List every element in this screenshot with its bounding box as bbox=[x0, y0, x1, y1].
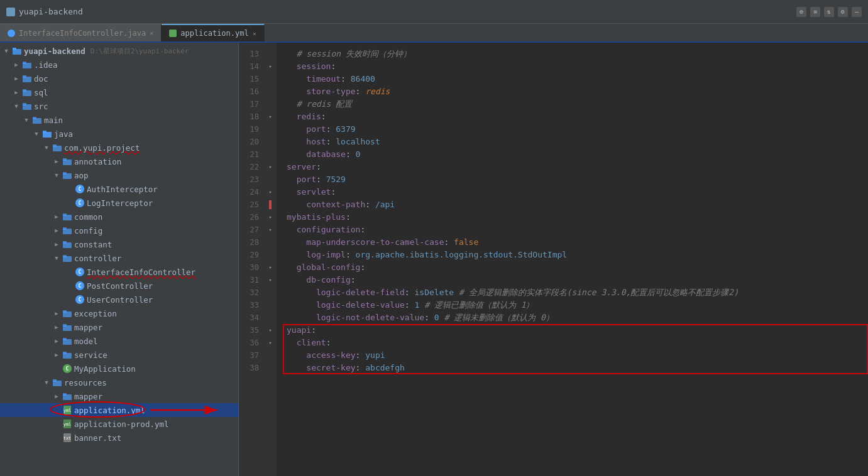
key-mybatis: mybatis-plus bbox=[287, 211, 346, 224]
folder-icon-exception bbox=[63, 310, 72, 317]
tree-item-exception[interactable]: ▶ exception bbox=[0, 306, 238, 320]
g-31[interactable]: ▾ bbox=[264, 274, 277, 286]
tree-item-aop[interactable]: ▼ aop bbox=[0, 168, 238, 182]
toolbar-btn-1[interactable]: ⊕ bbox=[796, 7, 806, 17]
tree-item-controller[interactable]: ▼ controller bbox=[0, 251, 238, 265]
tree-item-resources[interactable]: ▼ resources bbox=[0, 376, 238, 389]
tree-item-sql[interactable]: ▶ sql bbox=[0, 85, 238, 99]
g-18[interactable]: ▾ bbox=[264, 111, 277, 123]
code-line-37: access-key: yupi bbox=[287, 349, 868, 362]
text-file-icon: txt bbox=[63, 433, 72, 442]
key-servlet: servlet bbox=[287, 186, 331, 198]
g-24[interactable]: ▾ bbox=[264, 186, 277, 198]
folder-icon-config bbox=[63, 227, 72, 234]
java-class-icon-interface: C bbox=[75, 268, 84, 276]
src-label: src bbox=[34, 102, 48, 111]
tree-item-log[interactable]: ▶ C LogInterceptor bbox=[0, 196, 238, 210]
key-database: database bbox=[287, 148, 346, 161]
tree-item-banner[interactable]: ▶ txt banner.txt bbox=[0, 431, 238, 445]
code-line-19: port: 6379 bbox=[287, 123, 868, 136]
tree-item-mapper-res[interactable]: ▶ mapper bbox=[0, 389, 238, 403]
model-label: model bbox=[74, 337, 98, 346]
g-21 bbox=[264, 148, 277, 161]
toolbar-btn-3[interactable]: ⇅ bbox=[824, 7, 834, 17]
tree-item-com-yupi[interactable]: ▼ com.yupi.project bbox=[0, 141, 238, 154]
tree-item-annotation[interactable]: ▶ annotation bbox=[0, 154, 238, 168]
svg-rect-15 bbox=[53, 144, 57, 147]
tab-yaml-close[interactable]: ✕ bbox=[253, 30, 256, 37]
java-class-icon-log: C bbox=[75, 198, 84, 207]
ln-21: 21 bbox=[239, 148, 264, 161]
val-host: localhost bbox=[336, 136, 380, 148]
g-34 bbox=[264, 311, 277, 324]
svg-rect-23 bbox=[63, 227, 67, 230]
java-class-icon-auth: C bbox=[75, 185, 84, 193]
svg-rect-37 bbox=[53, 379, 57, 382]
g-26[interactable]: ▾ bbox=[264, 211, 277, 224]
yaml-prod-icon: yml bbox=[63, 419, 72, 428]
tree-item-application-prod[interactable]: ▶ yml application-prod.yml bbox=[0, 417, 238, 431]
code-line-20: host: localhost bbox=[287, 136, 868, 148]
g-14[interactable]: ▾ bbox=[264, 60, 277, 73]
tree-item-application-yml[interactable]: ▶ yml application.yml bbox=[0, 403, 238, 417]
g-35[interactable]: ▾ bbox=[264, 324, 277, 337]
g-20 bbox=[264, 136, 277, 148]
g-22[interactable]: ▾ bbox=[264, 161, 277, 173]
tree-item-common[interactable]: ▶ common bbox=[0, 210, 238, 224]
key-logic-not-delete: logic-not-delete-value bbox=[287, 311, 424, 324]
tree-item-config[interactable]: ▶ config bbox=[0, 224, 238, 237]
java-class-icon-user: C bbox=[75, 295, 84, 304]
tree-item-service[interactable]: ▶ service bbox=[0, 348, 238, 362]
tree-item-main[interactable]: ▼ main bbox=[0, 113, 238, 127]
val-log-impl: org.apache.ibatis.logging.stdout.StdOutI… bbox=[356, 249, 568, 261]
aop-label: aop bbox=[74, 171, 89, 180]
tree-item-java[interactable]: ▼ java bbox=[0, 127, 238, 141]
ln-17: 17 bbox=[239, 98, 264, 111]
tree-item-model[interactable]: ▶ model bbox=[0, 334, 238, 348]
toolbar-btn-4[interactable]: ⚙ bbox=[838, 7, 848, 17]
yaml-file-icon bbox=[169, 30, 177, 37]
arrow-config: ▶ bbox=[53, 227, 60, 234]
user-controller-label: UserController bbox=[87, 295, 153, 305]
tree-item-mapper[interactable]: ▶ mapper bbox=[0, 320, 238, 334]
folder-icon-constant bbox=[63, 241, 72, 248]
code-line-25: context-path: /api bbox=[287, 198, 868, 211]
tree-item-myapp[interactable]: ▶ C MyApplication bbox=[0, 362, 238, 376]
tree-item-doc[interactable]: ▶ doc bbox=[0, 72, 238, 85]
editor-content[interactable]: 13 14 15 16 17 18 19 20 21 22 23 24 25 2… bbox=[239, 43, 868, 476]
g-30[interactable]: ▾ bbox=[264, 261, 277, 274]
tab-java-label: InterfaceInfoController.java bbox=[19, 29, 146, 38]
code-line-38: secret-key: abcdefgh bbox=[287, 362, 868, 374]
g-36[interactable]: ▾ bbox=[264, 337, 277, 349]
tree-item-user[interactable]: ▶ C UserController bbox=[0, 293, 238, 306]
ln-33: 33 bbox=[239, 299, 264, 311]
tree-item-src[interactable]: ▼ src bbox=[0, 99, 238, 113]
code-line-30: global-config: bbox=[287, 261, 868, 274]
code-area[interactable]: # session 失效时间（分钟） session: timeout: 864… bbox=[277, 43, 868, 476]
code-line-16: store-type: redis bbox=[287, 85, 868, 98]
title-bar: yuapi-backend ⊕ ≡ ⇅ ⚙ — bbox=[0, 0, 868, 24]
g-27[interactable]: ▾ bbox=[264, 224, 277, 236]
tab-java[interactable]: InterfaceInfoController.java ✕ bbox=[0, 24, 162, 41]
tree-item-constant[interactable]: ▶ constant bbox=[0, 237, 238, 251]
folder-icon-service bbox=[63, 351, 72, 359]
post-controller-label: PostController bbox=[87, 281, 153, 291]
common-label: common bbox=[74, 212, 102, 222]
tab-java-close[interactable]: ✕ bbox=[150, 30, 153, 36]
tree-item-auth[interactable]: ▶ C AuthInterceptor bbox=[0, 182, 238, 196]
editor[interactable]: 13 14 15 16 17 18 19 20 21 22 23 24 25 2… bbox=[239, 43, 868, 476]
tree-item-post[interactable]: ▶ C PostController bbox=[0, 279, 238, 293]
toolbar-btn-5[interactable]: — bbox=[852, 7, 862, 17]
svg-rect-7 bbox=[23, 89, 26, 92]
tab-yaml[interactable]: application.yml ✕ bbox=[162, 24, 264, 41]
tree-item-idea[interactable]: ▶ .idea bbox=[0, 58, 238, 72]
val-secret-key: abcdefgh bbox=[365, 362, 405, 374]
bookmark-25 bbox=[269, 200, 272, 209]
banner-label: banner.txt bbox=[74, 433, 121, 443]
mapper-res-label: mapper bbox=[74, 392, 102, 401]
tree-item-root[interactable]: ▼ yuapi-backend D:\星球项目2\yuapi-backer bbox=[0, 44, 238, 58]
folder-icon-controller bbox=[63, 254, 72, 262]
auth-label: AuthInterceptor bbox=[87, 185, 158, 194]
toolbar-btn-2[interactable]: ≡ bbox=[810, 7, 820, 17]
tree-item-interface-controller[interactable]: ▶ C InterfaceInfoController bbox=[0, 265, 238, 279]
